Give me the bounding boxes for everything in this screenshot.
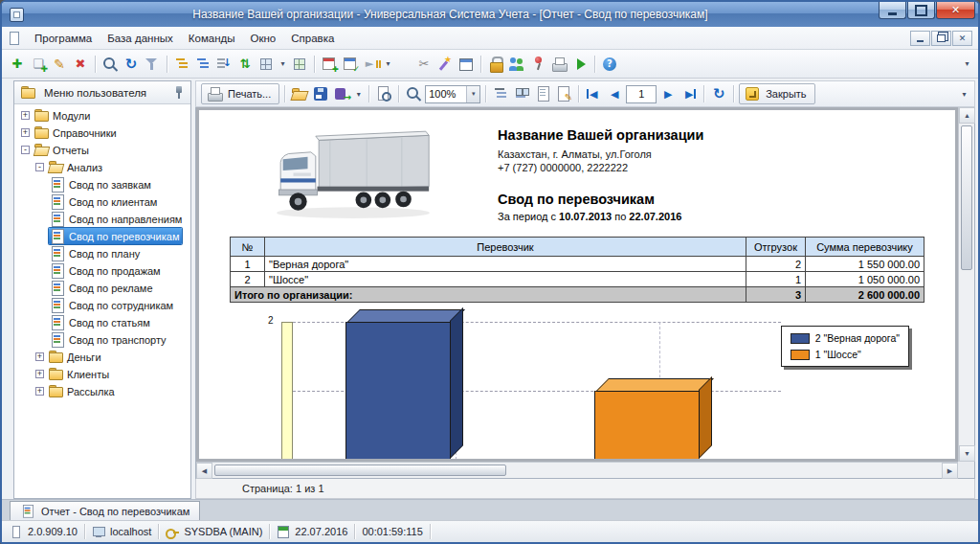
scrollbar-track[interactable] [959, 124, 974, 445]
export-report-icon[interactable] [332, 84, 351, 103]
scroll-down-arrow[interactable]: ▼ [959, 445, 975, 462]
tree-item[interactable]: Свод по транспорту [16, 331, 189, 348]
tree-item[interactable]: Свод по направлениям [16, 211, 189, 227]
scroll-left-arrow[interactable]: ◀ [196, 463, 212, 479]
menu-item[interactable]: Программа [27, 29, 100, 48]
tree-item[interactable]: +Деньги [16, 349, 189, 365]
zoom-input[interactable] [426, 88, 466, 100]
mdi-minimize-button[interactable] [910, 31, 930, 46]
zoom-dropdown-arrow[interactable]: ▾ [466, 86, 479, 102]
tree-expand-toggle[interactable]: + [21, 111, 30, 120]
refresh-report-icon[interactable] [709, 84, 728, 103]
close-report-button[interactable]: Закрыть [739, 83, 814, 104]
reorder-icon[interactable] [235, 55, 255, 74]
users-icon[interactable] [507, 55, 526, 74]
tree-nav-icon[interactable] [193, 55, 212, 74]
sort-icon[interactable] [214, 55, 234, 74]
delete-icon[interactable] [71, 55, 90, 74]
menu-item[interactable]: Справка [283, 29, 342, 48]
lock-icon[interactable] [486, 55, 505, 74]
scrollbar-track[interactable] [212, 463, 942, 478]
tree-item[interactable]: +Клиенты [16, 366, 189, 382]
tree-expand-toggle[interactable]: + [21, 128, 30, 137]
menu-item[interactable]: База данных [100, 29, 181, 48]
refresh-icon[interactable] [122, 55, 141, 74]
calendar-add-icon[interactable] [320, 55, 339, 74]
open-report-icon[interactable] [290, 84, 309, 103]
mdi-restore-button[interactable] [931, 31, 951, 46]
save-report-icon[interactable] [311, 84, 330, 103]
zoom-icon[interactable] [404, 84, 423, 103]
tree-item[interactable]: -Анализ [16, 159, 189, 175]
tree-expand-toggle[interactable]: + [35, 352, 44, 361]
help-icon[interactable] [600, 55, 619, 74]
page-setup-icon[interactable] [533, 84, 552, 103]
toolbar-overflow-button[interactable]: ▾ [962, 55, 972, 74]
scroll-up-arrow[interactable]: ▲ [959, 107, 975, 124]
mdi-close-button[interactable]: ✕ [952, 31, 972, 46]
tree-item[interactable]: -Отчеты [16, 142, 189, 158]
minimize-button[interactable] [879, 2, 906, 19]
page-number-input[interactable] [626, 85, 657, 103]
tree-expand-toggle[interactable]: + [35, 387, 44, 396]
tree-icon[interactable] [172, 55, 191, 74]
add-icon[interactable] [8, 55, 27, 74]
report-toolbar-overflow[interactable]: ▾ [959, 84, 969, 103]
add-copy-icon[interactable] [29, 55, 48, 74]
previous-page-button[interactable] [605, 84, 624, 103]
scrollbar-thumb[interactable] [214, 465, 506, 476]
search-icon[interactable] [100, 55, 120, 74]
tree-item[interactable]: +Модули [16, 107, 189, 124]
thumbnails-view-icon[interactable] [512, 84, 531, 103]
tree-item[interactable]: Свод по статьям [16, 314, 189, 330]
tree-item[interactable]: Свод по клиентам [16, 193, 189, 210]
dropdown-caret[interactable]: ▾ [383, 55, 393, 74]
tab-report-summary[interactable]: Отчет - Свод по перевозчикам [10, 501, 200, 520]
scrollbar-thumb[interactable] [961, 125, 972, 270]
print-button[interactable]: Печать... [201, 83, 279, 104]
import-grid-icon[interactable] [290, 55, 309, 74]
pin-icon[interactable] [173, 85, 185, 100]
next-page-button[interactable] [658, 84, 678, 103]
wizard-icon[interactable] [435, 55, 455, 74]
close-button[interactable]: ✕ [936, 2, 975, 19]
horizontal-scrollbar[interactable]: ◀ ▶ [196, 462, 958, 478]
report-toolbar: Печать... ▾ ▾ [195, 80, 975, 107]
printer-icon[interactable] [549, 55, 568, 74]
scroll-right-arrow[interactable]: ▶ [942, 463, 958, 479]
tree-item[interactable]: Свод по плану [16, 245, 189, 261]
menu-item[interactable]: Команды [181, 29, 243, 48]
statusbar-divider [430, 524, 431, 539]
pin-icon[interactable] [528, 55, 547, 74]
tree-expand-toggle[interactable]: - [21, 146, 30, 154]
total-sum: 2 600 000.00 [806, 287, 924, 303]
calendar-check-icon[interactable] [341, 55, 360, 74]
find-in-report-icon[interactable] [374, 84, 393, 103]
tree-expand-toggle[interactable]: + [35, 370, 44, 378]
tree-item[interactable]: +Справочники [16, 125, 189, 141]
dropdown-caret[interactable]: ▾ [278, 55, 288, 74]
tree-item[interactable]: Свод по продажам [16, 262, 189, 279]
edit-page-icon[interactable] [554, 84, 573, 103]
tree-item[interactable]: Свод по сотрудникам [16, 297, 189, 313]
tree-item[interactable]: Свод по рекламе [16, 280, 189, 296]
outline-view-icon[interactable] [491, 84, 510, 103]
maximize-button[interactable] [907, 2, 935, 19]
zoom-combo[interactable]: ▾ [425, 85, 480, 103]
tree-item[interactable]: +Рассылка [16, 383, 189, 399]
tree-item[interactable]: Свод по заявкам [16, 176, 189, 193]
filter-icon[interactable] [143, 55, 162, 74]
form-icon[interactable] [457, 55, 476, 74]
first-page-button[interactable] [584, 84, 603, 103]
edit-icon[interactable] [50, 55, 69, 74]
audit-icon[interactable] [362, 55, 381, 74]
tree-item[interactable]: Свод по перевозчикам [16, 228, 189, 244]
export-grid-icon[interactable] [256, 55, 276, 74]
tree-expand-toggle[interactable]: - [35, 163, 44, 171]
cut-icon[interactable] [414, 55, 434, 74]
vertical-scrollbar[interactable]: ▲ ▼ [958, 107, 974, 462]
menu-item[interactable]: Окно [243, 29, 284, 48]
play-icon[interactable] [570, 55, 590, 74]
last-page-button[interactable] [679, 84, 699, 103]
export-dropdown-caret[interactable]: ▾ [353, 84, 364, 103]
